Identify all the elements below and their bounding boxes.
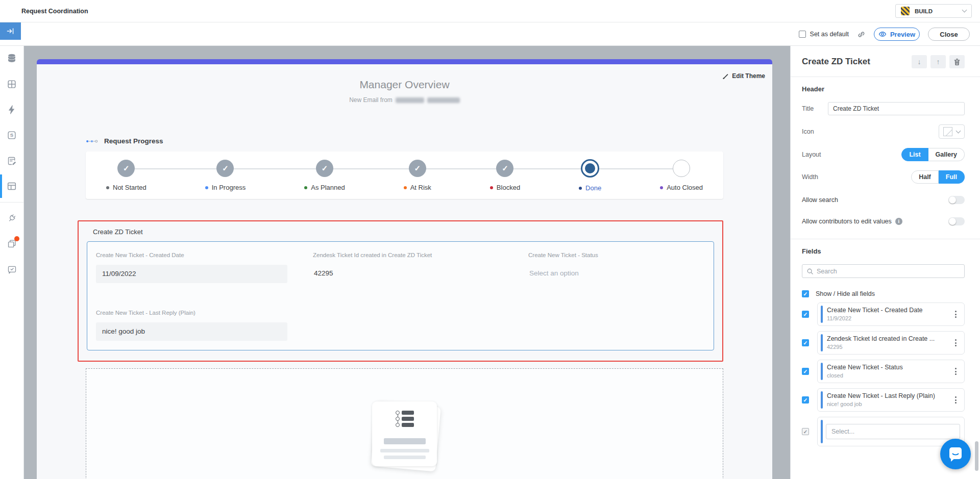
brush-icon: [722, 73, 729, 80]
status-dot: [106, 186, 109, 189]
field-value-placeholder[interactable]: Select an option: [528, 265, 705, 277]
layout-label: Layout: [802, 151, 821, 158]
sidebar-item-approvals[interactable]: [0, 257, 23, 282]
step-label: Done: [585, 184, 601, 192]
layout-option-gallery[interactable]: Gallery: [928, 148, 965, 161]
step-auto-closed[interactable]: Auto Closed: [660, 160, 703, 199]
field-value[interactable]: nice! good job: [96, 322, 287, 341]
edit-theme-button[interactable]: Edit Theme: [722, 72, 765, 80]
widget-title-input[interactable]: [828, 102, 965, 115]
kebab-menu-icon[interactable]: [953, 338, 958, 348]
progress-dots-icon: [86, 139, 98, 144]
widget-field-created-date: Create New Ticket - Created Date 11/09/2…: [96, 252, 313, 283]
field-row: ✓ Zendesk Ticket Id created in Create ..…: [802, 331, 965, 355]
kebab-menu-icon[interactable]: [953, 309, 958, 319]
add-field-select[interactable]: Select...: [826, 424, 960, 439]
fields-search: [802, 264, 965, 278]
widget-field-zendesk-id: Zendesk Ticket Id created in Create ZD T…: [313, 252, 528, 283]
sidebar-item-triggers[interactable]: [0, 97, 23, 122]
close-button[interactable]: Close: [928, 28, 970, 41]
step-in-progress[interactable]: ✓ In Progress: [205, 160, 246, 199]
widget-drop-zone[interactable]: [86, 368, 723, 479]
step-empty-circle: [673, 160, 690, 177]
status-dot: [304, 186, 307, 189]
status-dot: [579, 187, 582, 190]
field-card-status[interactable]: Create New Ticket - Status closed: [817, 360, 965, 383]
step-label: In Progress: [212, 184, 246, 191]
sidebar-item-integrations[interactable]: [0, 206, 23, 231]
field-card-zendesk-id[interactable]: Zendesk Ticket Id created in Create ... …: [817, 331, 965, 355]
allow-search-toggle[interactable]: [948, 196, 965, 204]
select-placeholder: Select...: [831, 428, 854, 435]
step-check-circle: ✓: [316, 160, 333, 177]
selected-widget-create-zd-ticket[interactable]: Create ZD Ticket Create New Ticket - Cre…: [78, 220, 723, 362]
icon-label: Icon: [802, 128, 814, 135]
delete-widget-button[interactable]: [949, 55, 965, 68]
sidebar-item-forms[interactable]: [0, 148, 23, 173]
environment-selector[interactable]: BUILD: [895, 4, 972, 18]
sidebar-item-interfaces[interactable]: [0, 173, 23, 199]
icon-picker[interactable]: [939, 124, 965, 139]
info-icon[interactable]: i: [895, 218, 902, 225]
timeline-glyph: [396, 411, 414, 427]
move-up-button[interactable]: ↑: [930, 55, 946, 68]
step-check-circle: ✓: [216, 160, 234, 177]
move-down-button[interactable]: ↓: [912, 55, 927, 68]
field-card-last-reply[interactable]: Create New Ticket - Last Reply (Plain) n…: [817, 388, 965, 412]
layout-option-list[interactable]: List: [901, 148, 928, 161]
set-as-default-checkbox[interactable]: Set as default: [799, 31, 849, 38]
sidebar-item-versions[interactable]: [0, 231, 23, 257]
environment-label: BUILD: [915, 8, 958, 14]
step-not-started[interactable]: ✓ Not Started: [106, 160, 146, 199]
link-icon[interactable]: [857, 30, 866, 39]
field-visible-checkbox[interactable]: ✓: [802, 368, 809, 375]
width-option-full[interactable]: Full: [939, 170, 965, 184]
field-label: Create New Ticket - Last Reply (Plain): [96, 310, 313, 316]
top-bar: Request Coordination BUILD: [0, 0, 980, 22]
database-icon: [6, 53, 17, 64]
step-label: Auto Closed: [667, 184, 703, 191]
show-hide-all-checkbox[interactable]: ✓: [802, 290, 809, 297]
preview-button[interactable]: Preview: [874, 28, 920, 41]
field-card-title: Create New Ticket - Status: [827, 364, 949, 371]
sidebar-item-solutions[interactable]: S: [0, 122, 23, 148]
kebab-menu-icon[interactable]: [953, 395, 958, 405]
widget-field-status: Create New Ticket - Status Select an opt…: [528, 252, 705, 283]
step-as-planned[interactable]: ✓ As Planned: [304, 160, 345, 199]
sidebar-item-data-sources[interactable]: [0, 46, 23, 71]
progress-stepper: ✓ Not Started ✓ In Progress ✓ As Planned…: [86, 152, 723, 199]
field-visible-checkbox[interactable]: ✓: [802, 396, 809, 404]
sidebar-divider: [0, 202, 23, 203]
panel-title: Create ZD Ticket: [802, 57, 870, 67]
panel-scrollbar-thumb[interactable]: [975, 441, 978, 471]
kebab-menu-icon[interactable]: [953, 366, 958, 376]
field-visible-checkbox[interactable]: ✓: [802, 311, 809, 318]
edit-theme-label: Edit Theme: [732, 72, 765, 80]
fields-search-input[interactable]: [817, 268, 960, 275]
step-blocked[interactable]: ✓ Blocked: [490, 160, 520, 199]
close-label: Close: [940, 31, 958, 38]
trash-icon: [953, 58, 961, 66]
step-at-risk[interactable]: ✓ At Risk: [404, 160, 431, 199]
chat-launcher-button[interactable]: [940, 439, 971, 469]
sidebar-item-modules[interactable]: [0, 71, 23, 97]
arrow-to-line-icon: [6, 26, 16, 36]
width-option-half[interactable]: Half: [911, 170, 939, 184]
step-label: As Planned: [311, 184, 345, 191]
step-done[interactable]: Done: [579, 160, 601, 199]
svg-text:S: S: [10, 132, 14, 138]
field-value[interactable]: 11/09/2022: [96, 265, 287, 283]
width-segmented-control: Half Full: [911, 170, 965, 184]
checkbox-icon: [799, 31, 806, 38]
widget-title: Create ZD Ticket: [79, 221, 722, 236]
progress-section-label: Request Progress: [104, 137, 163, 145]
subtitle-prefix: New Email from: [349, 96, 393, 104]
field-visible-checkbox[interactable]: ✓: [802, 339, 809, 346]
allow-contributors-toggle[interactable]: [948, 217, 965, 225]
add-field-checkbox[interactable]: ✓: [802, 428, 809, 435]
field-card-created-date[interactable]: Create New Ticket - Created Date 11/9/20…: [817, 302, 965, 326]
check-bubble-icon: [7, 264, 17, 275]
collapse-sidebar-button[interactable]: [0, 22, 21, 40]
lightning-icon: [7, 105, 17, 115]
no-icon-glyph: [943, 127, 952, 136]
